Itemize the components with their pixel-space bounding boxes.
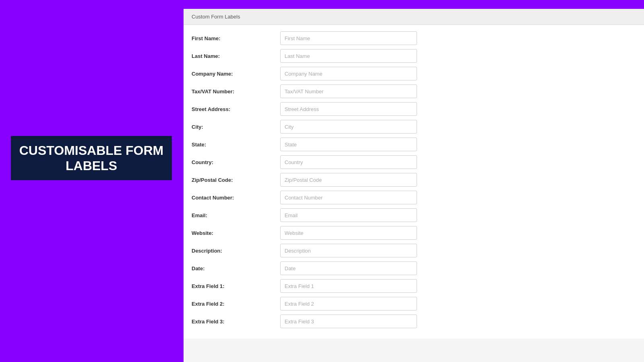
- input-city[interactable]: [280, 120, 417, 134]
- form-row-extra-field-3: Extra Field 3:: [192, 315, 636, 328]
- label-description: Description:: [192, 248, 280, 254]
- form-row-tax-vat-number: Tax/VAT Number:: [192, 84, 636, 98]
- form-row-extra-field-2: Extra Field 2:: [192, 297, 636, 311]
- input-last-name[interactable]: [280, 49, 417, 63]
- label-email: Email:: [192, 212, 280, 218]
- input-date[interactable]: [280, 261, 417, 275]
- label-first-name: First Name:: [192, 35, 280, 41]
- input-email[interactable]: [280, 208, 417, 222]
- form-row-date: Date:: [192, 261, 636, 275]
- label-company-name: Company Name:: [192, 71, 280, 77]
- label-street-address: Street Address:: [192, 106, 280, 112]
- input-website[interactable]: [280, 226, 417, 240]
- label-city: City:: [192, 124, 280, 130]
- label-country: Country:: [192, 159, 280, 165]
- form-row-street-address: Street Address:: [192, 102, 636, 116]
- label-state: State:: [192, 142, 280, 148]
- input-description[interactable]: [280, 244, 417, 257]
- form-row-description: Description:: [192, 244, 636, 257]
- input-first-name[interactable]: [280, 31, 417, 45]
- form-row-extra-field-1: Extra Field 1:: [192, 279, 636, 293]
- input-contact-number[interactable]: [280, 191, 417, 204]
- form-row-company-name: Company Name:: [192, 67, 636, 80]
- label-zip-postal-code: Zip/Postal Code:: [192, 177, 280, 183]
- form-row-state: State:: [192, 138, 636, 151]
- form-row-first-name: First Name:: [192, 31, 636, 45]
- form-content: First Name:Last Name:Company Name:Tax/VA…: [184, 25, 644, 339]
- input-extra-field-1[interactable]: [280, 279, 417, 293]
- form-row-zip-postal-code: Zip/Postal Code:: [192, 173, 636, 187]
- label-date: Date:: [192, 265, 280, 272]
- hero-box: CUSTOMISABLE FORM LABELS: [11, 136, 172, 180]
- label-extra-field-1: Extra Field 1:: [192, 283, 280, 289]
- label-last-name: Last Name:: [192, 53, 280, 59]
- input-state[interactable]: [280, 138, 417, 151]
- form-panel: Custom Form Labels First Name:Last Name:…: [184, 9, 644, 362]
- input-extra-field-3[interactable]: [280, 315, 417, 328]
- input-street-address[interactable]: [280, 102, 417, 116]
- label-extra-field-2: Extra Field 2:: [192, 301, 280, 307]
- label-contact-number: Contact Number:: [192, 195, 280, 201]
- input-extra-field-2[interactable]: [280, 297, 417, 311]
- form-row-contact-number: Contact Number:: [192, 191, 636, 204]
- form-row-country: Country:: [192, 155, 636, 169]
- hero-title: CUSTOMISABLE FORM LABELS: [17, 143, 165, 174]
- input-company-name[interactable]: [280, 67, 417, 80]
- form-row-city: City:: [192, 120, 636, 134]
- label-extra-field-3: Extra Field 3:: [192, 319, 280, 325]
- form-row-last-name: Last Name:: [192, 49, 636, 63]
- input-tax-vat-number[interactable]: [280, 84, 417, 98]
- form-row-email: Email:: [192, 208, 636, 222]
- label-tax-vat-number: Tax/VAT Number:: [192, 88, 280, 95]
- input-country[interactable]: [280, 155, 417, 169]
- form-row-website: Website:: [192, 226, 636, 240]
- label-website: Website:: [192, 230, 280, 236]
- panel-header: Custom Form Labels: [184, 9, 644, 25]
- input-zip-postal-code[interactable]: [280, 173, 417, 187]
